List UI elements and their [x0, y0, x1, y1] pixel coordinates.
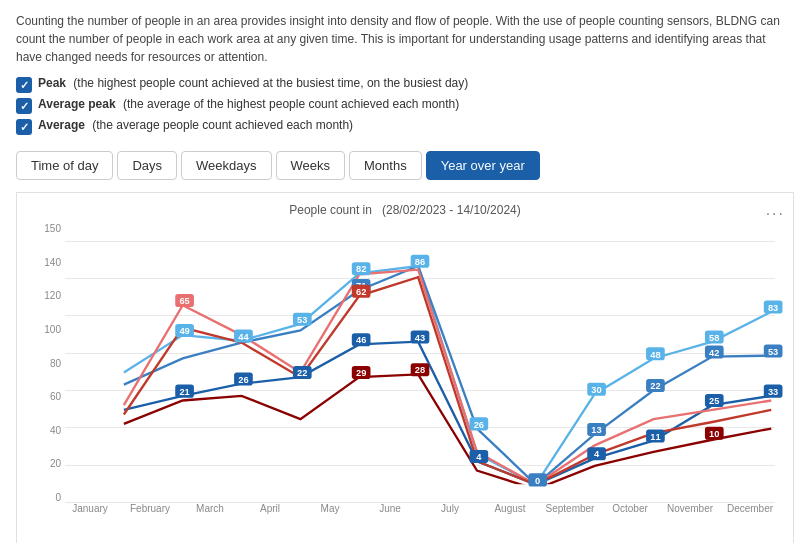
chart-container: People count in (28/02/2023 - 14/10/2024…: [16, 192, 794, 543]
label-oct-avg-2023: 11: [650, 432, 660, 442]
label-dec-avgpeak-2023: 53: [768, 347, 778, 357]
label-mar-avg-2023: 26: [238, 375, 248, 385]
x-label-feb: February: [125, 503, 175, 514]
avg-checkbox[interactable]: [16, 119, 32, 135]
label-dec-avg-2023: 33: [768, 387, 778, 397]
label-jun-peak-2023: 86: [415, 257, 425, 267]
y-label-120: 120: [35, 290, 65, 301]
label-feb-peak-2023: 49: [179, 326, 189, 336]
description-text: Counting the number of people in an area…: [16, 12, 794, 66]
y-axis: 0 20 40 60 80 100 120 140 150: [35, 223, 65, 503]
peak-checkbox[interactable]: [16, 77, 32, 93]
x-label-mar: March: [185, 503, 235, 514]
chart-more-button[interactable]: ...: [766, 201, 785, 219]
avg-peak-desc: (the average of the highest people count…: [120, 97, 460, 111]
label-may-avgpeak-2024: 62: [356, 287, 366, 297]
y-label-0: 0: [35, 492, 65, 503]
y-label-140: 140: [35, 257, 65, 268]
avg-peak-label: Average peak: [38, 97, 116, 111]
label-oct-avgpeak-2023: 22: [650, 381, 660, 391]
label-may-avg-2023: 46: [356, 336, 366, 346]
peak-desc: (the highest people count achieved at th…: [70, 76, 468, 90]
avgpeak-2024-line: [124, 277, 771, 484]
y-label-100: 100: [35, 324, 65, 335]
y-label-40: 40: [35, 425, 65, 436]
x-label-dec: December: [725, 503, 775, 514]
chart-svg: 49 44 53 82 86 26 30: [65, 223, 775, 485]
y-label-150: 150: [35, 223, 65, 234]
x-label-nov: November: [665, 503, 715, 514]
label-apr-avg-2023: 22: [297, 368, 307, 378]
label-sep-avg-2023: 4: [594, 449, 600, 459]
avg-2024-line: [124, 374, 771, 489]
avg-label: Average: [38, 118, 85, 132]
label-jul-peak-2023: 26: [474, 420, 484, 430]
avg-peak-checkbox[interactable]: [16, 98, 32, 114]
label-sep-avgpeak-2023: 13: [591, 425, 601, 435]
label-oct-peak-2023: 48: [650, 350, 660, 360]
tab-bar: Time of day Days Weekdays Weeks Months Y…: [16, 143, 794, 188]
label-dec-peak-2023: 83: [768, 303, 778, 313]
label-mar-peak-2023: 44: [238, 332, 249, 342]
x-label-apr: April: [245, 503, 295, 514]
x-axis: January February March April May June Ju…: [65, 503, 775, 533]
tab-weeks[interactable]: Weeks: [276, 151, 346, 180]
label-apr-peak-2023: 53: [297, 315, 307, 325]
chart-title: People count in: [289, 203, 372, 217]
label-jun-avg-2024: 28: [415, 365, 425, 375]
label-nov-avg-2023: 25: [709, 396, 719, 406]
tab-months[interactable]: Months: [349, 151, 422, 180]
chart-area: 0 20 40 60 80 100 120 140 150: [35, 223, 775, 533]
label-aug-avgpeak-2023: 0: [535, 476, 540, 486]
legend-avg: Average (the average people count achiev…: [16, 118, 794, 135]
legend-peak: Peak (the highest people count achieved …: [16, 76, 794, 93]
legend-avg-peak: Average peak (the average of the highest…: [16, 97, 794, 114]
label-jun-avg-2023: 43: [415, 333, 425, 343]
tab-days[interactable]: Days: [117, 151, 177, 180]
label-nov-avgpeak-2023: 42: [709, 348, 719, 358]
label-nov-avg-2024: 10: [709, 429, 719, 439]
avgpeak-2023-line: [124, 266, 771, 485]
label-feb-avg-2023: 21: [179, 387, 189, 397]
label-nov-peak-2023: 58: [709, 333, 719, 343]
chart-date-range: (28/02/2023 - 14/10/2024): [382, 203, 521, 217]
x-label-jul: July: [425, 503, 475, 514]
peak-2023-line: [124, 266, 771, 485]
tab-time-of-day[interactable]: Time of day: [16, 151, 113, 180]
tab-weekdays[interactable]: Weekdays: [181, 151, 271, 180]
x-label-sep: September: [545, 503, 595, 514]
tab-year-over-year[interactable]: Year over year: [426, 151, 540, 180]
x-label-may: May: [305, 503, 355, 514]
chart-header: People count in (28/02/2023 - 14/10/2024…: [25, 203, 785, 217]
x-label-jun: June: [365, 503, 415, 514]
y-label-80: 80: [35, 358, 65, 369]
label-may-avg-2024: 29: [356, 368, 366, 378]
avg-desc: (the average people count achieved each …: [89, 118, 353, 132]
label-jul-avg-2023: 4: [476, 452, 482, 462]
label-may-peak-2023: 82: [356, 265, 366, 275]
x-label-aug: August: [485, 503, 535, 514]
label-feb-peak-2024: 65: [179, 296, 189, 306]
y-label-20: 20: [35, 458, 65, 469]
y-label-60: 60: [35, 391, 65, 402]
label-sep-peak-2023: 30: [591, 385, 601, 395]
metric-legend: Peak (the highest people count achieved …: [16, 76, 794, 135]
x-label-jan: January: [65, 503, 115, 514]
peak-label: Peak: [38, 76, 66, 90]
x-label-oct: October: [605, 503, 655, 514]
main-container: Counting the number of people in an area…: [0, 0, 810, 543]
